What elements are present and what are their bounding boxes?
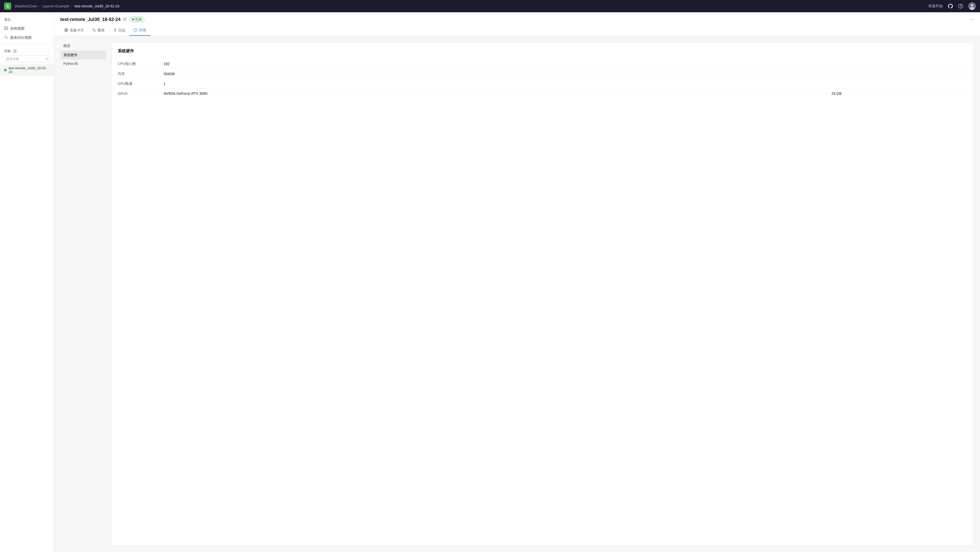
side-nav: 概览 系统硬件 Python库 bbox=[60, 42, 106, 546]
side-nav-hardware[interactable]: 系统硬件 bbox=[60, 51, 106, 59]
breadcrumb-sep-2: › bbox=[71, 4, 73, 8]
tab-experiments-label: 实验卡片 bbox=[70, 28, 84, 33]
experiment-item-label: test-remote_Jul30_18-52-24 bbox=[9, 66, 50, 74]
svg-point-3 bbox=[971, 4, 974, 6]
github-icon[interactable] bbox=[948, 3, 953, 9]
status-dot bbox=[132, 18, 134, 21]
hw-value-mem: 504GB bbox=[164, 69, 831, 79]
tab-chart-icon bbox=[92, 28, 96, 33]
tab-env-icon bbox=[134, 28, 137, 33]
experiments-title: 实验 bbox=[4, 49, 11, 53]
sidebar-chart-compare-label: 图表对比视图 bbox=[10, 35, 32, 40]
tab-env[interactable]: 环境 bbox=[129, 26, 150, 36]
svg-rect-5 bbox=[5, 27, 8, 30]
table-icon bbox=[4, 26, 8, 31]
svg-point-4 bbox=[970, 7, 974, 10]
hw-key-cpu: CPU核心数 bbox=[118, 59, 164, 69]
hw-value-gpu-count: 1 bbox=[164, 79, 831, 89]
breadcrumb-sep-1: › bbox=[39, 4, 41, 8]
hw-value-gpu0: NVIDIA GeForce RTX 3090 bbox=[164, 89, 831, 98]
user-avatar[interactable] bbox=[968, 2, 976, 10]
quickstart-button[interactable]: 快速开始 bbox=[928, 4, 943, 8]
svg-rect-14 bbox=[67, 30, 68, 32]
tab-experiments[interactable]: 实验卡片 bbox=[60, 26, 88, 36]
more-options-button[interactable]: ··· bbox=[970, 17, 974, 22]
sidebar-item-chart-compare[interactable]: 图表对比视图 bbox=[0, 33, 54, 42]
chart-compare-icon bbox=[4, 35, 8, 40]
svg-line-10 bbox=[48, 59, 49, 60]
hw-row-cpu: CPU核心数 192 bbox=[118, 59, 967, 69]
side-nav-python[interactable]: Python库 bbox=[60, 59, 106, 68]
tab-chart[interactable]: 图表 bbox=[88, 26, 109, 36]
svg-point-9 bbox=[46, 57, 48, 59]
breadcrumb-current: test-remote_Jul30_18-52-24 bbox=[75, 4, 119, 8]
sidebar-project-label: 项目 bbox=[0, 16, 54, 24]
sidebar-experiments-header: 实验 1 bbox=[0, 47, 54, 54]
tab-logs-label: 日志 bbox=[118, 28, 126, 33]
hardware-table: CPU核心数 192 内存 504GB GPU数量 1 bbox=[118, 59, 967, 98]
tab-chart-label: 图表 bbox=[97, 28, 105, 33]
hw-value-cpu: 192 bbox=[164, 59, 831, 69]
hw-row-gpu0: GPU0 NVIDIA GeForce RTX 3090 24 GB bbox=[118, 89, 967, 98]
hw-key-mem: 内存 bbox=[118, 69, 164, 79]
experiment-status-dot bbox=[4, 69, 6, 71]
main-content: test-remote_Jul30_18-52-24 完成 ··· 实验卡片 bbox=[54, 12, 980, 552]
hw-extra-gpu-count bbox=[831, 79, 967, 89]
svg-rect-13 bbox=[65, 30, 66, 32]
hardware-card: 系统硬件 CPU核心数 192 内存 504GB bbox=[111, 42, 974, 546]
help-icon[interactable] bbox=[958, 3, 963, 9]
tab-env-label: 环境 bbox=[139, 28, 146, 33]
experiments-count-badge: 1 bbox=[12, 49, 18, 53]
content-area: 概览 系统硬件 Python库 系统硬件 CPU核心数 192 内存 bbox=[54, 36, 980, 552]
topnav: S ShaohonChen › Launch-Example › test-re… bbox=[0, 0, 980, 12]
breadcrumb-project[interactable]: Launch-Example bbox=[42, 4, 69, 8]
hw-key-gpu0: GPU0 bbox=[118, 89, 164, 98]
hardware-card-title: 系统硬件 bbox=[118, 49, 967, 54]
svg-rect-12 bbox=[67, 29, 68, 30]
tab-experiments-icon bbox=[64, 28, 68, 33]
hw-key-gpu-count: GPU数量 bbox=[118, 79, 164, 89]
hw-extra-cpu bbox=[831, 59, 967, 69]
page-title-row: test-remote_Jul30_18-52-24 完成 ··· bbox=[60, 12, 974, 26]
breadcrumb-user[interactable]: ShaohonChen bbox=[14, 4, 37, 8]
breadcrumb: ShaohonChen › Launch-Example › test-remo… bbox=[14, 4, 119, 8]
status-badge: 完成 bbox=[129, 16, 145, 22]
sidebar: 项目 表格视图 图表对比视图 实验 1 bbox=[0, 12, 54, 552]
hw-row-mem: 内存 504GB bbox=[118, 69, 967, 79]
side-nav-overview-label: 概览 bbox=[60, 42, 106, 50]
page-header: test-remote_Jul30_18-52-24 完成 ··· 实验卡片 bbox=[54, 12, 980, 36]
sidebar-table-view-label: 表格视图 bbox=[10, 26, 24, 31]
tab-logs[interactable]: 日志 bbox=[109, 26, 129, 36]
svg-rect-11 bbox=[65, 29, 66, 30]
hw-extra-mem bbox=[831, 69, 967, 79]
experiment-item-0[interactable]: test-remote_Jul30_18-52-24 bbox=[0, 64, 54, 76]
sidebar-search-area bbox=[0, 54, 54, 63]
hw-row-gpu-count: GPU数量 1 bbox=[118, 79, 967, 89]
page-title: test-remote_Jul30_18-52-24 bbox=[60, 17, 121, 22]
topnav-right: 快速开始 bbox=[928, 2, 976, 10]
sidebar-item-table-view[interactable]: 表格视图 bbox=[0, 24, 54, 33]
hw-extra-gpu0: 24 GB bbox=[831, 89, 967, 98]
app-logo: S bbox=[4, 3, 11, 10]
edit-icon[interactable] bbox=[123, 18, 127, 22]
search-input[interactable] bbox=[3, 56, 51, 62]
tabs: 实验卡片 图表 日志 bbox=[60, 26, 974, 36]
app-body: 项目 表格视图 图表对比视图 实验 1 bbox=[0, 12, 980, 552]
tab-logs-icon bbox=[113, 28, 117, 33]
search-icon bbox=[45, 57, 49, 61]
status-label: 完成 bbox=[135, 17, 142, 22]
